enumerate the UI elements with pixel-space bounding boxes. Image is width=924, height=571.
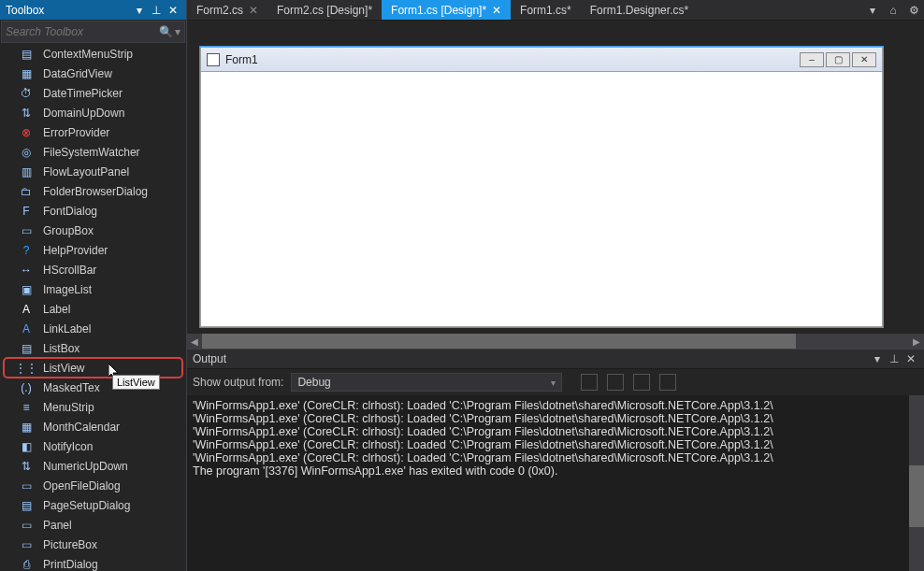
toolbox-item-folderbrowserdialog[interactable]: 🗀FolderBrowserDialog: [0, 181, 186, 201]
toolbox-item-listview[interactable]: ⋮⋮ListViewListView: [4, 358, 182, 378]
toolbox-item-label: LinkLabel: [43, 322, 91, 335]
tab-form2-cs-design-[interactable]: Form2.cs [Design]*: [267, 0, 382, 20]
toolbox-item-label: HelpProvider: [43, 244, 108, 257]
toolbox-item-domainupdown[interactable]: ⇅DomainUpDown: [0, 103, 186, 122]
toolbox-item-label: DataGridView: [43, 67, 112, 80]
horizontal-scrollbar[interactable]: ◀ ▶: [187, 334, 924, 349]
toolbox-item-label[interactable]: ALabel: [0, 299, 186, 319]
toolbox-item-hscrollbar[interactable]: ↔HScrollBar: [0, 260, 186, 279]
vertical-scrollbar[interactable]: [909, 395, 924, 571]
main-area: Form2.cs✕Form2.cs [Design]*Form1.cs [Des…: [187, 0, 924, 571]
toolbox-item-contextmenustrip[interactable]: ▤ContextMenuStrip: [0, 44, 186, 64]
updown-icon: ⇅: [19, 106, 34, 121]
linklabel-icon: A: [19, 321, 34, 336]
hscroll-icon: ↔: [19, 263, 34, 278]
dropdown-icon[interactable]: ▾: [132, 3, 147, 18]
toolbox-item-label: MonthCalendar: [43, 421, 120, 434]
tab-form1-cs-[interactable]: Form1.cs*: [511, 0, 581, 20]
tab-form1-cs-design-[interactable]: Form1.cs [Design]*✕: [382, 0, 511, 20]
close-button[interactable]: ✕: [852, 52, 876, 67]
toolbox-item-pagesetupdialog[interactable]: ▤PageSetupDialog: [0, 495, 186, 515]
close-icon[interactable]: ✕: [492, 4, 501, 17]
chevron-down-icon[interactable]: ▾: [862, 0, 883, 20]
output-source-select[interactable]: Debug ▾: [291, 373, 562, 392]
scroll-right-icon[interactable]: ▶: [909, 334, 924, 349]
toolbox-list[interactable]: ▤ContextMenuStrip▦DataGridView⏱DateTimeP…: [0, 44, 186, 571]
scroll-thumb[interactable]: [909, 465, 924, 527]
close-icon[interactable]: ✕: [903, 351, 918, 366]
toolbox-item-helpprovider[interactable]: ?HelpProvider: [0, 240, 186, 260]
search-input[interactable]: [6, 25, 157, 38]
context-menu-icon: ▤: [19, 47, 34, 62]
tab-form1-designer-cs-[interactable]: Form1.Designer.cs*: [581, 0, 698, 20]
close-icon[interactable]: ✕: [166, 3, 180, 18]
file-watcher-icon: ◎: [19, 145, 34, 160]
toolbox-item-label: ErrorProvider: [43, 126, 109, 139]
toolbox-item-listbox[interactable]: ▤ListBox: [0, 338, 186, 358]
tab-form2-cs[interactable]: Form2.cs✕: [187, 0, 267, 20]
toolbox-item-linklabel[interactable]: ALinkLabel: [0, 319, 186, 338]
help-icon: ?: [19, 243, 34, 258]
minimize-button[interactable]: –: [800, 52, 824, 67]
indent-icon[interactable]: [633, 374, 650, 391]
datetime-icon: ⏱: [19, 86, 34, 101]
toolbox-item-label: ListView: [43, 362, 84, 375]
toolbox-item-openfiledialog[interactable]: ▭OpenFileDialog: [0, 476, 186, 495]
toggle-wrap-icon[interactable]: [607, 374, 624, 391]
designer-surface[interactable]: Form1 – ▢ ✕ ◀ ▶: [187, 21, 924, 349]
form-window[interactable]: Form1 – ▢ ✕: [200, 47, 883, 327]
toolbox-item-label: Label: [43, 303, 70, 316]
toolbox-item-menustrip[interactable]: ≡MenuStrip: [0, 397, 186, 417]
scroll-track[interactable]: [202, 334, 909, 349]
output-header: Output ▾ ⊥ ✕: [187, 350, 924, 369]
toolbox-item-datagridview[interactable]: ▦DataGridView: [0, 64, 186, 83]
output-panel: Output ▾ ⊥ ✕ Show output from: Debug ▾ '…: [187, 349, 924, 571]
clear-all-icon[interactable]: [581, 374, 598, 391]
toolbox-item-fontdialog[interactable]: FFontDialog: [0, 201, 186, 221]
scroll-left-icon[interactable]: ◀: [187, 334, 202, 349]
error-icon: ⊗: [19, 125, 34, 140]
toolbox-item-flowlayoutpanel[interactable]: ▥FlowLayoutPanel: [0, 162, 186, 181]
form-titlebar[interactable]: Form1 – ▢ ✕: [201, 48, 882, 72]
toolbox-item-groupbox[interactable]: ▭GroupBox: [0, 221, 186, 240]
pin-icon[interactable]: ⊥: [887, 351, 902, 366]
toolbox-item-label: ListBox: [43, 342, 79, 355]
toolbox-item-label: NumericUpDown: [43, 460, 128, 473]
toolbox-item-numericupdown[interactable]: ⇅NumericUpDown: [0, 456, 186, 476]
pin-icon[interactable]: ⊥: [149, 3, 164, 18]
dropdown-icon[interactable]: ▾: [870, 351, 885, 366]
toolbox-item-notifyicon[interactable]: ◧NotifyIcon: [0, 436, 186, 456]
print-icon: ⎙: [19, 557, 34, 572]
toolbox-item-panel[interactable]: ▭Panel: [0, 515, 186, 535]
tab-label: Form2.cs: [196, 4, 243, 17]
toolbox-item-imagelist[interactable]: ▣ImageList: [0, 279, 186, 299]
listview-icon: ⋮⋮: [19, 361, 34, 376]
toolbox-item-datetimepicker[interactable]: ⏱DateTimePicker: [0, 83, 186, 103]
flowlayout-icon: ▥: [19, 164, 34, 179]
dropdown-icon[interactable]: ▾: [175, 25, 180, 38]
close-icon[interactable]: ✕: [249, 4, 258, 17]
toolbox-item-label: ContextMenuStrip: [43, 48, 133, 61]
listbox-icon: ▤: [19, 341, 34, 356]
output-text[interactable]: 'WinFormsApp1.exe' (CoreCLR: clrhost): L…: [187, 395, 924, 571]
groupbox-icon: ▭: [19, 223, 34, 238]
scroll-thumb[interactable]: [202, 334, 796, 349]
gear-icon[interactable]: ⚙: [903, 0, 924, 20]
home-icon[interactable]: ⌂: [883, 0, 903, 20]
list-icon[interactable]: [659, 374, 676, 391]
toolbox-item-label: FlowLayoutPanel: [43, 165, 129, 178]
search-icon: 🔍: [159, 25, 173, 38]
toolbox-item-printdialog[interactable]: ⎙PrintDialog: [0, 554, 186, 571]
toolbox-item-label: MenuStrip: [43, 401, 94, 414]
imagelist-icon: ▣: [19, 282, 34, 297]
toolbox-item-monthcalendar[interactable]: ▦MonthCalendar: [0, 417, 186, 436]
output-title: Output: [193, 352, 226, 365]
output-line: 'WinFormsApp1.exe' (CoreCLR: clrhost): L…: [193, 425, 918, 438]
toolbox-item-errorprovider[interactable]: ⊗ErrorProvider: [0, 122, 186, 142]
toolbox-item-picturebox[interactable]: ▭PictureBox: [0, 535, 186, 554]
toolbox-item-maskedtex[interactable]: (.)MaskedTex: [0, 378, 186, 397]
toolbox-search[interactable]: 🔍 ▾: [1, 21, 185, 43]
maximize-button[interactable]: ▢: [826, 52, 850, 67]
toolbox-item-filesystemwatcher[interactable]: ◎FileSystemWatcher: [0, 142, 186, 162]
toolbox-item-label: PageSetupDialog: [43, 499, 130, 512]
